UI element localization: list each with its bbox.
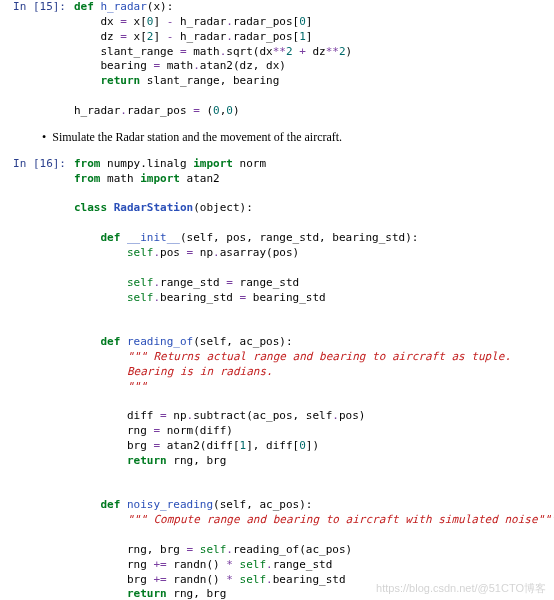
- code-cell-15: In [15]: def h_radar(x): dx = x[0] - h_r…: [0, 0, 554, 119]
- markdown-cell: •Simulate the Radar station and the move…: [0, 129, 554, 145]
- input-prompt: In [16]:: [0, 157, 74, 172]
- input-prompt: In [15]:: [0, 0, 74, 15]
- code-cell-16: In [16]: from numpy.linalg import norm f…: [0, 157, 554, 600]
- code-block[interactable]: def h_radar(x): dx = x[0] - h_radar.rada…: [74, 0, 554, 119]
- docstring: """ Returns actual range and bearing to …: [74, 350, 511, 363]
- keyword-return: return: [101, 74, 141, 87]
- code-block[interactable]: from numpy.linalg import norm from math …: [74, 157, 554, 600]
- docstring: """ Compute range and bearing to aircraf…: [74, 513, 554, 526]
- keyword-def: def: [74, 0, 94, 13]
- markdown-text: Simulate the Radar station and the movem…: [52, 130, 342, 144]
- keyword-class: class: [74, 201, 107, 214]
- class-name: RadarStation: [107, 201, 193, 214]
- bullet-icon: •: [42, 130, 46, 144]
- func-name: h_radar: [101, 0, 147, 13]
